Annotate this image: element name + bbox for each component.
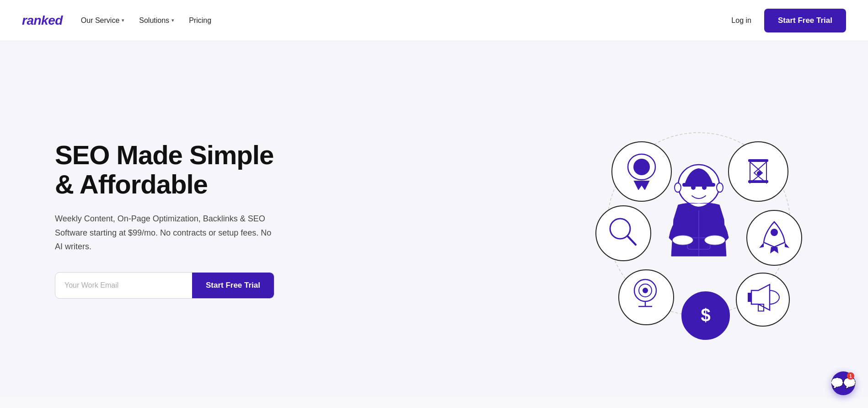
main-nav: Our Service ▾ Solutions ▾ Pricing: [81, 16, 211, 25]
illustration: $: [571, 91, 827, 348]
hero-cta-button[interactable]: Start Free Trial: [192, 273, 274, 298]
hero-illustration: $: [566, 87, 831, 352]
header-cta-button[interactable]: Start Free Trial: [764, 9, 846, 32]
hero-title: SEO Made Simple & Affordable: [55, 140, 274, 199]
hero-content: SEO Made Simple & Affordable Weekly Cont…: [55, 140, 274, 298]
svg-point-24: [691, 185, 696, 190]
hero-section: SEO Made Simple & Affordable Weekly Cont…: [0, 41, 868, 398]
header: ranked Our Service ▾ Solutions ▾ Pricing…: [0, 0, 868, 41]
svg-point-31: [705, 236, 725, 245]
svg-point-11: [747, 210, 802, 265]
svg-point-21: [736, 273, 789, 326]
svg-rect-23: [682, 183, 715, 187]
header-right: Log in Start Free Trial: [731, 9, 846, 32]
svg-point-13: [619, 270, 674, 325]
svg-point-12: [771, 229, 778, 236]
nav-item-pricing[interactable]: Pricing: [189, 16, 211, 25]
nav-label-our-service: Our Service: [81, 16, 119, 25]
svg-point-25: [702, 185, 707, 190]
nav-item-solutions[interactable]: Solutions ▾: [139, 16, 174, 25]
svg-point-26: [675, 183, 681, 192]
hero-form: Start Free Trial: [55, 272, 274, 299]
logo[interactable]: ranked: [22, 13, 63, 28]
chat-badge: 1: [847, 372, 854, 380]
svg-point-8: [596, 206, 651, 261]
svg-point-27: [717, 183, 723, 192]
svg-point-30: [673, 236, 693, 245]
nav-label-solutions: Solutions: [139, 16, 169, 25]
chat-button[interactable]: 💬 1: [831, 371, 855, 395]
chevron-down-icon: ▾: [122, 17, 124, 23]
header-left: ranked Our Service ▾ Solutions ▾ Pricing: [22, 13, 211, 28]
email-input[interactable]: [55, 273, 192, 298]
svg-point-3: [633, 159, 650, 175]
nav-item-our-service[interactable]: Our Service ▾: [81, 16, 124, 25]
login-button[interactable]: Log in: [731, 16, 751, 25]
svg-rect-5: [748, 159, 768, 162]
chevron-down-icon: ▾: [171, 17, 174, 23]
svg-point-7: [757, 171, 761, 176]
svg-text:$: $: [701, 306, 710, 325]
hero-subtitle: Weekly Content, On-Page Optimization, Ba…: [55, 212, 274, 254]
svg-point-16: [643, 288, 648, 293]
nav-label-pricing: Pricing: [189, 16, 211, 25]
